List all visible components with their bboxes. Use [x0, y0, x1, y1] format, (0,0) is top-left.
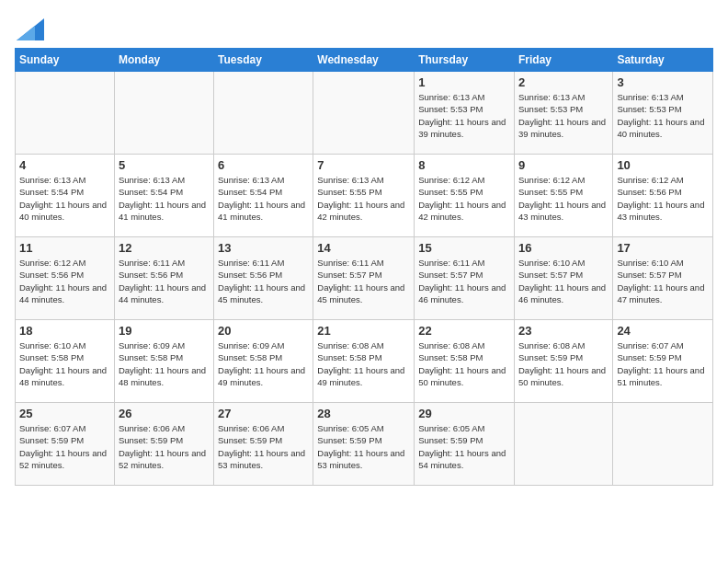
day-info: Sunrise: 6:09 AM Sunset: 5:58 PM Dayligh…	[119, 339, 210, 388]
calendar-cell: 11Sunrise: 6:12 AM Sunset: 5:56 PM Dayli…	[16, 237, 115, 320]
day-info: Sunrise: 6:05 AM Sunset: 5:59 PM Dayligh…	[317, 422, 410, 471]
day-number: 6	[218, 158, 309, 172]
calendar-cell: 15Sunrise: 6:11 AM Sunset: 5:57 PM Dayli…	[415, 237, 515, 320]
day-info: Sunrise: 6:10 AM Sunset: 5:57 PM Dayligh…	[617, 257, 709, 305]
day-info: Sunrise: 6:06 AM Sunset: 5:59 PM Dayligh…	[218, 422, 309, 471]
day-info: Sunrise: 6:13 AM Sunset: 5:55 PM Dayligh…	[317, 174, 410, 223]
calendar-cell: 23Sunrise: 6:08 AM Sunset: 5:59 PM Dayli…	[514, 320, 612, 403]
calendar-week-2: 11Sunrise: 6:12 AM Sunset: 5:56 PM Dayli…	[16, 237, 713, 320]
day-info: Sunrise: 6:10 AM Sunset: 5:58 PM Dayligh…	[19, 339, 110, 388]
day-info: Sunrise: 6:08 AM Sunset: 5:59 PM Dayligh…	[518, 339, 609, 388]
day-info: Sunrise: 6:13 AM Sunset: 5:54 PM Dayligh…	[119, 174, 210, 223]
calendar-cell: 16Sunrise: 6:10 AM Sunset: 5:57 PM Dayli…	[514, 237, 612, 320]
day-number: 7	[317, 158, 410, 172]
day-number: 19	[119, 324, 210, 338]
day-info: Sunrise: 6:12 AM Sunset: 5:56 PM Dayligh…	[19, 257, 110, 305]
calendar-cell: 13Sunrise: 6:11 AM Sunset: 5:56 PM Dayli…	[214, 237, 313, 320]
calendar-cell: 17Sunrise: 6:10 AM Sunset: 5:57 PM Dayli…	[613, 237, 713, 320]
day-info: Sunrise: 6:11 AM Sunset: 5:57 PM Dayligh…	[418, 257, 510, 305]
calendar-cell	[613, 403, 713, 486]
calendar-cell: 22Sunrise: 6:08 AM Sunset: 5:58 PM Dayli…	[415, 320, 515, 403]
day-info: Sunrise: 6:13 AM Sunset: 5:54 PM Dayligh…	[19, 174, 110, 223]
calendar-week-3: 18Sunrise: 6:10 AM Sunset: 5:58 PM Dayli…	[16, 320, 713, 403]
day-number: 16	[518, 241, 609, 255]
day-number: 24	[617, 324, 709, 338]
calendar-cell: 21Sunrise: 6:08 AM Sunset: 5:58 PM Dayli…	[313, 320, 415, 403]
day-info: Sunrise: 6:11 AM Sunset: 5:56 PM Dayligh…	[218, 257, 309, 305]
calendar-cell	[514, 403, 612, 486]
calendar-cell: 20Sunrise: 6:09 AM Sunset: 5:58 PM Dayli…	[214, 320, 313, 403]
calendar-cell: 7Sunrise: 6:13 AM Sunset: 5:55 PM Daylig…	[313, 155, 415, 237]
calendar-cell	[16, 72, 115, 155]
day-number: 8	[418, 158, 510, 172]
calendar-cell: 4Sunrise: 6:13 AM Sunset: 5:54 PM Daylig…	[16, 155, 115, 237]
day-info: Sunrise: 6:11 AM Sunset: 5:57 PM Dayligh…	[317, 257, 410, 305]
calendar-cell: 25Sunrise: 6:07 AM Sunset: 5:59 PM Dayli…	[16, 403, 115, 486]
col-header-thursday: Thursday	[415, 49, 515, 72]
day-info: Sunrise: 6:13 AM Sunset: 5:53 PM Dayligh…	[418, 91, 510, 140]
calendar-cell	[313, 72, 415, 155]
calendar-table: SundayMondayTuesdayWednesdayThursdayFrid…	[15, 48, 713, 486]
calendar-cell	[114, 72, 213, 155]
calendar-cell: 27Sunrise: 6:06 AM Sunset: 5:59 PM Dayli…	[214, 403, 313, 486]
day-number: 26	[119, 407, 210, 420]
calendar-cell: 9Sunrise: 6:12 AM Sunset: 5:55 PM Daylig…	[514, 155, 612, 237]
col-header-saturday: Saturday	[613, 49, 713, 72]
calendar-cell: 29Sunrise: 6:05 AM Sunset: 5:59 PM Dayli…	[415, 403, 515, 486]
day-number: 15	[418, 241, 510, 255]
calendar-cell: 8Sunrise: 6:12 AM Sunset: 5:55 PM Daylig…	[415, 155, 515, 237]
day-info: Sunrise: 6:13 AM Sunset: 5:53 PM Dayligh…	[617, 91, 709, 140]
svg-marker-1	[17, 26, 35, 40]
day-number: 20	[218, 324, 309, 338]
day-number: 18	[19, 324, 110, 338]
calendar-cell: 14Sunrise: 6:11 AM Sunset: 5:57 PM Dayli…	[313, 237, 415, 320]
day-info: Sunrise: 6:12 AM Sunset: 5:55 PM Dayligh…	[518, 174, 609, 223]
logo-icon	[17, 18, 44, 40]
calendar-cell: 1Sunrise: 6:13 AM Sunset: 5:53 PM Daylig…	[415, 72, 515, 155]
calendar-cell: 19Sunrise: 6:09 AM Sunset: 5:58 PM Dayli…	[114, 320, 213, 403]
day-number: 13	[218, 241, 309, 255]
page-header	[15, 15, 713, 40]
calendar-week-0: 1Sunrise: 6:13 AM Sunset: 5:53 PM Daylig…	[16, 72, 713, 155]
day-info: Sunrise: 6:08 AM Sunset: 5:58 PM Dayligh…	[317, 339, 410, 388]
calendar-cell: 24Sunrise: 6:07 AM Sunset: 5:59 PM Dayli…	[613, 320, 713, 403]
day-number: 23	[518, 324, 609, 338]
day-number: 27	[218, 407, 309, 420]
day-info: Sunrise: 6:11 AM Sunset: 5:56 PM Dayligh…	[119, 257, 210, 305]
day-info: Sunrise: 6:06 AM Sunset: 5:59 PM Dayligh…	[119, 422, 210, 471]
calendar-week-1: 4Sunrise: 6:13 AM Sunset: 5:54 PM Daylig…	[16, 155, 713, 237]
day-number: 5	[119, 158, 210, 172]
calendar-cell: 5Sunrise: 6:13 AM Sunset: 5:54 PM Daylig…	[114, 155, 213, 237]
day-number: 9	[518, 158, 609, 172]
day-info: Sunrise: 6:07 AM Sunset: 5:59 PM Dayligh…	[617, 339, 709, 388]
day-number: 21	[317, 324, 410, 338]
day-info: Sunrise: 6:12 AM Sunset: 5:56 PM Dayligh…	[617, 174, 709, 223]
calendar-cell: 6Sunrise: 6:13 AM Sunset: 5:54 PM Daylig…	[214, 155, 313, 237]
day-info: Sunrise: 6:13 AM Sunset: 5:53 PM Dayligh…	[518, 91, 609, 140]
day-info: Sunrise: 6:09 AM Sunset: 5:58 PM Dayligh…	[218, 339, 309, 388]
calendar-cell: 26Sunrise: 6:06 AM Sunset: 5:59 PM Dayli…	[114, 403, 213, 486]
calendar-cell: 12Sunrise: 6:11 AM Sunset: 5:56 PM Dayli…	[114, 237, 213, 320]
day-number: 28	[317, 407, 410, 420]
col-header-friday: Friday	[514, 49, 612, 72]
day-number: 3	[617, 75, 709, 89]
day-number: 14	[317, 241, 410, 255]
calendar-cell: 2Sunrise: 6:13 AM Sunset: 5:53 PM Daylig…	[514, 72, 612, 155]
day-number: 22	[418, 324, 510, 338]
day-number: 1	[418, 75, 510, 89]
calendar-cell: 10Sunrise: 6:12 AM Sunset: 5:56 PM Dayli…	[613, 155, 713, 237]
col-header-monday: Monday	[114, 49, 213, 72]
day-number: 17	[617, 241, 709, 255]
day-number: 12	[119, 241, 210, 255]
calendar-cell	[214, 72, 313, 155]
col-header-tuesday: Tuesday	[214, 49, 313, 72]
col-header-wednesday: Wednesday	[313, 49, 415, 72]
day-info: Sunrise: 6:05 AM Sunset: 5:59 PM Dayligh…	[418, 422, 510, 471]
calendar-week-4: 25Sunrise: 6:07 AM Sunset: 5:59 PM Dayli…	[16, 403, 713, 486]
logo	[15, 18, 44, 40]
day-info: Sunrise: 6:07 AM Sunset: 5:59 PM Dayligh…	[19, 422, 110, 471]
day-number: 29	[418, 407, 510, 420]
day-info: Sunrise: 6:12 AM Sunset: 5:55 PM Dayligh…	[418, 174, 510, 223]
day-number: 4	[19, 158, 110, 172]
calendar-cell: 18Sunrise: 6:10 AM Sunset: 5:58 PM Dayli…	[16, 320, 115, 403]
